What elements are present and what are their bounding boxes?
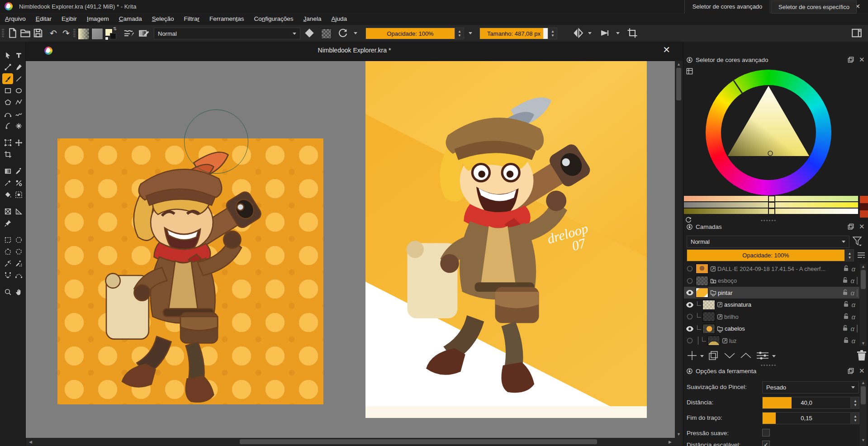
- layer-inherit-alpha-icon[interactable]: [857, 289, 858, 296]
- layer-lock-icon[interactable]: [843, 265, 849, 273]
- open-document-icon[interactable]: [20, 28, 31, 38]
- layer-blending-mode-select[interactable]: Normal: [687, 236, 849, 248]
- menu-janela[interactable]: Janela: [299, 15, 327, 22]
- move-layer-up-button[interactable]: [740, 351, 752, 360]
- pattern-chooser-swatch[interactable]: [91, 28, 103, 40]
- opacity-chevron-icon[interactable]: [469, 32, 472, 34]
- layer-name[interactable]: DALL·E 2024-09-18 17.41.54 - A cheerf...: [717, 266, 843, 272]
- move-layer-down-button[interactable]: [723, 351, 736, 360]
- tool-fill[interactable]: [2, 189, 13, 200]
- tool-text[interactable]: [13, 50, 24, 61]
- wrap-chevron-icon[interactable]: [616, 32, 620, 34]
- tool-ellipse-select[interactable]: [13, 234, 24, 245]
- canvas-vertical-scrollbar[interactable]: ▲ ▼: [675, 61, 683, 438]
- layer-lock-icon[interactable]: [843, 313, 849, 321]
- layer-alpha-icon[interactable]: α: [851, 301, 855, 308]
- canvas-workspace[interactable]: dreloop 07: [26, 61, 675, 438]
- tool-smart-patch[interactable]: [2, 177, 13, 188]
- option-spinner-stroke-end[interactable]: ▲▼: [851, 412, 859, 424]
- subwindow-close-icon[interactable]: ✕: [663, 44, 670, 55]
- option-spinner-distance[interactable]: ▲▼: [851, 397, 859, 409]
- menu-configuracoes[interactable]: Configurações: [249, 15, 299, 22]
- menu-ferramentas[interactable]: Ferramentas: [204, 15, 249, 22]
- tool-rectangle[interactable]: [2, 85, 13, 96]
- menu-imagem[interactable]: Imagem: [82, 15, 114, 22]
- tool-edit-shapes[interactable]: [2, 62, 13, 72]
- trim-canvas-icon[interactable]: [627, 28, 638, 38]
- tool-freehand-path[interactable]: [13, 109, 24, 119]
- layer-row-2[interactable]: esboçoα: [684, 275, 859, 287]
- menu-exibir[interactable]: Exibir: [57, 15, 82, 22]
- layer-opacity-slider[interactable]: Opacidade: 100%: [687, 249, 845, 261]
- layer-list-scrollbar[interactable]: ▲ ▼: [860, 264, 867, 346]
- blending-mode-select[interactable]: Normal: [154, 28, 300, 39]
- tool-reference-images[interactable]: [2, 218, 13, 228]
- gradient-editor-icon[interactable]: [138, 28, 149, 38]
- document-subwindow-titlebar[interactable]: Nimbledook Explorer.kra * ✕: [26, 42, 683, 61]
- docker-float-icon[interactable]: [848, 223, 854, 230]
- tool-bezier-select[interactable]: [13, 270, 24, 280]
- menu-ajuda[interactable]: Ajuda: [326, 15, 352, 22]
- preserve-alpha-icon[interactable]: [321, 28, 332, 39]
- layer-type-icon[interactable]: [717, 314, 723, 320]
- tool-multibrush[interactable]: [13, 120, 24, 131]
- layer-visibility-toggle[interactable]: [684, 326, 696, 332]
- layer-lock-icon[interactable]: [842, 325, 848, 332]
- canvas-horizontal-scrollbar[interactable]: ◀ ▶: [26, 438, 675, 446]
- opacity-spinner[interactable]: ▲▼: [455, 28, 464, 39]
- layer-alpha-icon[interactable]: α: [851, 337, 855, 345]
- option-slider-distance[interactable]: 40,0: [762, 397, 851, 409]
- layer-row-1[interactable]: DALL·E 2024-09-18 17.41.54 - A cheerf...…: [684, 263, 859, 275]
- tool-ellipse[interactable]: [13, 85, 24, 96]
- layer-name[interactable]: luz: [729, 337, 843, 344]
- history-swatch-1[interactable]: [860, 196, 868, 203]
- option-slider-stroke-end[interactable]: 0,15: [762, 412, 851, 424]
- layer-row-7[interactable]: luzα: [684, 335, 859, 346]
- delete-layer-button[interactable]: [856, 350, 867, 361]
- add-layer-button[interactable]: [686, 350, 698, 361]
- layer-lock-icon[interactable]: [842, 277, 848, 285]
- tool-enclose-fill[interactable]: [13, 189, 24, 200]
- history-swatch-2[interactable]: [860, 203, 868, 210]
- swap-colors-icon[interactable]: ⇅: [113, 26, 117, 31]
- tool-polygon[interactable]: [2, 97, 13, 108]
- tool-colorize-mask[interactable]: [13, 177, 24, 188]
- tool-similar-select[interactable]: [2, 258, 13, 269]
- tool-calligraphy[interactable]: [13, 62, 24, 72]
- opacity-slider[interactable]: Opacidade: 100%: [365, 28, 455, 39]
- add-layer-chevron-icon[interactable]: [700, 355, 704, 357]
- tool-gradient[interactable]: [2, 166, 13, 176]
- layer-opacity-spinner[interactable]: ▲▼: [845, 249, 854, 261]
- history-swatch-3[interactable]: [860, 210, 868, 218]
- tool-options-scrollbar[interactable]: ▲ ▼: [860, 380, 867, 446]
- layer-name[interactable]: brilho: [724, 313, 843, 320]
- layer-thumbnail[interactable]: [696, 264, 708, 274]
- redo-icon[interactable]: ↷: [61, 28, 71, 38]
- layer-visibility-toggle[interactable]: [684, 278, 696, 284]
- new-document-icon[interactable]: [7, 28, 18, 38]
- tool-line[interactable]: [13, 73, 24, 84]
- tool-select-shapes[interactable]: [2, 50, 13, 61]
- save-icon[interactable]: [33, 28, 43, 38]
- tool-move[interactable]: [13, 137, 24, 148]
- layer-type-icon[interactable]: [722, 338, 728, 344]
- layer-alpha-icon[interactable]: α: [850, 277, 854, 285]
- docker-close-icon[interactable]: ✕: [859, 367, 865, 375]
- option-select-smoothing[interactable]: Pesado: [762, 381, 859, 394]
- docker-close-icon[interactable]: ✕: [859, 223, 865, 231]
- menu-camada[interactable]: Camada: [114, 15, 147, 22]
- layer-thumbnail[interactable]: [707, 336, 720, 346]
- update-shades-icon[interactable]: [685, 216, 692, 223]
- tool-freehand-select[interactable]: [13, 246, 24, 257]
- layer-name[interactable]: assinatura: [724, 301, 843, 308]
- size-slider[interactable]: Tamanho: 487,08 px: [479, 28, 548, 39]
- layer-visibility-toggle[interactable]: [684, 337, 696, 344]
- tool-assistants[interactable]: [2, 206, 13, 217]
- layer-inherit-alpha-icon[interactable]: [857, 277, 858, 284]
- layer-row-6[interactable]: cabelosα: [684, 323, 859, 335]
- layer-alpha-icon[interactable]: α: [851, 265, 855, 273]
- tool-polygon-select[interactable]: [2, 246, 13, 257]
- reload-preset-icon[interactable]: [337, 28, 348, 38]
- brush-option-chevron-icon[interactable]: [354, 32, 357, 34]
- foreground-background-colors[interactable]: ⇅: [105, 28, 119, 40]
